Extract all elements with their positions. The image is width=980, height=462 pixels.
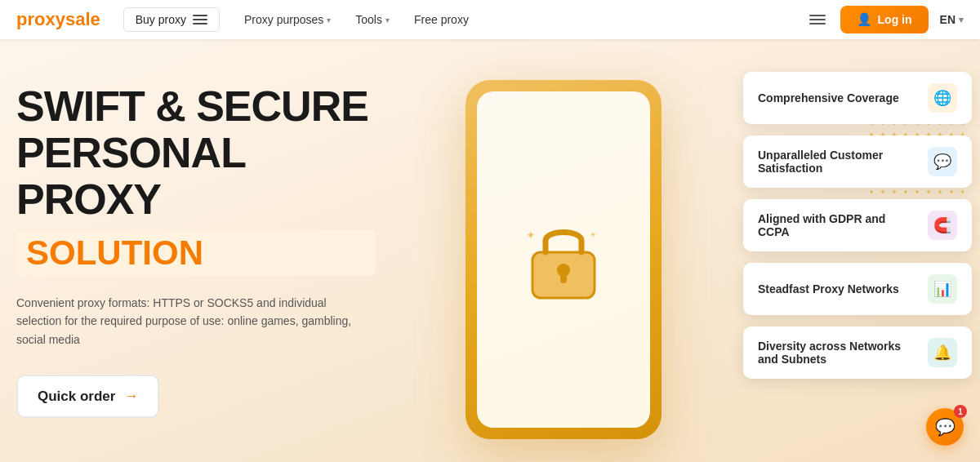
chat-badge: 1 <box>954 405 967 418</box>
chevron-down-icon: ▾ <box>327 16 331 24</box>
logo[interactable]: proxysale <box>16 9 100 30</box>
hero-section: SWIFT & SECURE PERSONAL PROXY SOLUTION C… <box>0 39 980 462</box>
chat-button[interactable]: 💬 1 <box>926 408 964 446</box>
feature-icon-2: 🧲 <box>928 211 957 240</box>
logo-text: proxysale <box>16 9 100 30</box>
feature-label-4: Diversity across Networks and Subnets <box>758 340 916 366</box>
hero-subtitle: Convenient proxy formats: HTTPS or SOCKS… <box>16 294 359 349</box>
svg-text:✦: ✦ <box>526 229 536 242</box>
feature-icon-0: 🌐 <box>928 83 957 113</box>
feature-card-2: Aligned with GDPR and CCPA 🧲 <box>743 199 972 251</box>
chevron-down-icon: ▾ <box>959 15 964 25</box>
header: proxysale Buy proxy Proxy purposes ▾ Too… <box>0 0 980 39</box>
menu-icon[interactable] <box>806 11 829 28</box>
hamburger-icon <box>193 15 207 24</box>
quick-order-label: Quick order <box>38 389 115 405</box>
user-icon: 👤 <box>857 12 872 27</box>
feature-icon-1: 💬 <box>928 147 957 176</box>
nav-label-tools: Tools <box>355 13 382 26</box>
hero-title-main: SWIFT & SECURE PERSONAL PROXY <box>16 83 376 224</box>
nav-item-tools[interactable]: Tools ▾ <box>345 8 399 31</box>
login-label: Log in <box>878 13 912 26</box>
nav-label-free-proxy: Free proxy <box>414 13 469 26</box>
nav-item-free-proxy[interactable]: Free proxy <box>404 8 479 31</box>
buy-proxy-label: Buy proxy <box>136 13 186 26</box>
language-selector[interactable]: EN ▾ <box>940 13 964 26</box>
feature-card-3: Steadfast Proxy Networks 📊 <box>743 263 972 315</box>
feature-icon-3: 📊 <box>928 274 957 304</box>
feature-label-3: Steadfast Proxy Networks <box>758 282 916 295</box>
main-nav: Proxy purposes ▾ Tools ▾ Free proxy <box>234 8 806 31</box>
phone-body: ✦ ✦ <box>466 80 662 439</box>
chat-icon: 💬 <box>935 417 956 437</box>
hero-right: ✦ ✦ Comprehensive Coverage 🌐 Unparallele… <box>359 39 980 462</box>
feature-label-2: Aligned with GDPR and CCPA <box>758 212 916 238</box>
feature-card-4: Diversity across Networks and Subnets 🔔 <box>743 327 972 379</box>
login-button[interactable]: 👤 Log in <box>840 6 929 33</box>
buy-proxy-button[interactable]: Buy proxy <box>123 7 220 32</box>
language-label: EN <box>940 13 956 26</box>
feature-card-1: Unparalleled Customer Satisfaction 💬 <box>743 135 972 188</box>
quick-order-button[interactable]: Quick order → <box>16 375 159 418</box>
svg-rect-2 <box>560 273 567 283</box>
feature-label-1: Unparalleled Customer Satisfaction <box>758 149 916 175</box>
phone-illustration: ✦ ✦ <box>425 64 751 455</box>
header-right: 👤 Log in EN ▾ <box>806 6 964 33</box>
hero-title-solution: SOLUTION <box>16 230 376 276</box>
feature-label-0: Comprehensive Coverage <box>758 91 916 104</box>
nav-label-proxy-purposes: Proxy purposes <box>244 13 323 26</box>
hero-left: SWIFT & SECURE PERSONAL PROXY SOLUTION C… <box>0 39 392 462</box>
chevron-down-icon: ▾ <box>385 16 390 24</box>
phone-screen: ✦ ✦ <box>477 91 650 428</box>
arrow-right-icon: → <box>123 388 138 405</box>
svg-text:✦: ✦ <box>590 230 596 239</box>
feature-card-0: Comprehensive Coverage 🌐 <box>743 72 972 124</box>
lock-icon: ✦ ✦ <box>523 215 604 304</box>
feature-cards: Comprehensive Coverage 🌐 Unparalleled Cu… <box>743 72 972 379</box>
nav-item-proxy-purposes[interactable]: Proxy purposes ▾ <box>234 8 341 31</box>
feature-icon-4: 🔔 <box>928 338 957 367</box>
